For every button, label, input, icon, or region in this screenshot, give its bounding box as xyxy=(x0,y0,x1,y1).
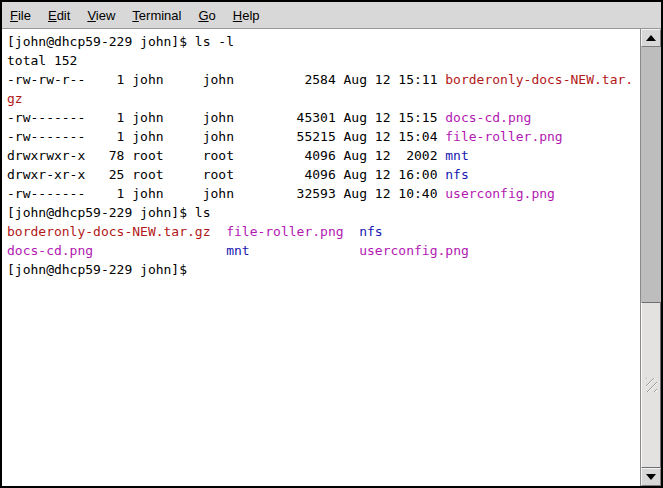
window-content: [john@dhcp59-229 john]$ ls -ltotal 152-r… xyxy=(2,29,661,486)
menu-terminal[interactable]: Terminal xyxy=(132,8,181,23)
terminal-line: [john@dhcp59-229 john]$ ls xyxy=(7,203,640,222)
filename-red: borderonly-docs-NEW.tar.gz xyxy=(7,224,211,239)
filename-red: borderonly-docs-NEW.tar. xyxy=(445,72,633,87)
terminal-line: -rw-rw-r-- 1 john john 2584 Aug 12 15:11… xyxy=(7,70,640,89)
filename-blue: nfs xyxy=(359,224,382,239)
terminal-text: drwxrwxr-x 78 root root 4096 Aug 12 2002 xyxy=(7,148,445,163)
terminal-line: [john@dhcp59-229 john]$ ls -l xyxy=(7,32,640,51)
filename-magenta: userconfig.png xyxy=(445,186,555,201)
filename-blue: mnt xyxy=(445,148,468,163)
scrollbar-thumb[interactable] xyxy=(641,302,661,468)
terminal-line: docs-cd.png mnt userconfig.png xyxy=(7,241,640,260)
terminal-text: -rw------- 1 john john 32593 Aug 12 10:4… xyxy=(7,186,445,201)
filename-magenta: file-roller.png xyxy=(226,224,343,239)
scroll-up-arrow-icon xyxy=(646,35,656,41)
terminal-output[interactable]: [john@dhcp59-229 john]$ ls -ltotal 152-r… xyxy=(2,29,640,486)
scrollbar-grip-icon xyxy=(646,378,657,392)
filename-blue: nfs xyxy=(445,167,468,182)
terminal-text xyxy=(250,243,360,258)
terminal-text: [john@dhcp59-229 john]$ ls xyxy=(7,205,211,220)
terminal-text xyxy=(93,243,226,258)
menu-view[interactable]: View xyxy=(87,8,115,23)
terminal-line: -rw------- 1 john john 32593 Aug 12 10:4… xyxy=(7,184,640,203)
terminal-text: total 152 xyxy=(7,53,77,68)
terminal-text xyxy=(344,224,360,239)
menu-edit[interactable]: Edit xyxy=(48,8,70,23)
terminal-line: gz xyxy=(7,89,640,108)
terminal-line: -rw------- 1 john john 45301 Aug 12 15:1… xyxy=(7,108,640,127)
terminal-text: [john@dhcp59-229 john]$ ls -l xyxy=(7,34,234,49)
menubar: File Edit View Terminal Go Help xyxy=(2,2,661,29)
scroll-down-button[interactable] xyxy=(641,468,661,486)
filename-magenta: docs-cd.png xyxy=(7,243,93,258)
menu-go[interactable]: Go xyxy=(198,8,215,23)
terminal-text: [john@dhcp59-229 john]$ xyxy=(7,262,187,277)
terminal-text: -rw------- 1 john john 45301 Aug 12 15:1… xyxy=(7,110,445,125)
terminal-window: File Edit View Terminal Go Help [john@dh… xyxy=(0,0,663,488)
terminal-line: borderonly-docs-NEW.tar.gz file-roller.p… xyxy=(7,222,640,241)
filename-magenta: file-roller.png xyxy=(445,129,562,144)
terminal-text: -rw-rw-r-- 1 john john 2584 Aug 12 15:11 xyxy=(7,72,445,87)
scrollbar[interactable] xyxy=(640,29,661,486)
terminal-line: -rw------- 1 john john 55215 Aug 12 15:0… xyxy=(7,127,640,146)
terminal-line: drwxrwxr-x 78 root root 4096 Aug 12 2002… xyxy=(7,146,640,165)
menu-file[interactable]: File xyxy=(10,8,31,23)
filename-magenta: docs-cd.png xyxy=(445,110,531,125)
terminal-text: drwxr-xr-x 25 root root 4096 Aug 12 16:0… xyxy=(7,167,445,182)
terminal-line: drwxr-xr-x 25 root root 4096 Aug 12 16:0… xyxy=(7,165,640,184)
scroll-up-button[interactable] xyxy=(641,29,661,47)
filename-red: gz xyxy=(7,91,23,106)
terminal-text xyxy=(211,224,227,239)
filename-blue: mnt xyxy=(226,243,249,258)
terminal-text: -rw------- 1 john john 55215 Aug 12 15:0… xyxy=(7,129,445,144)
terminal-line: [john@dhcp59-229 john]$ xyxy=(7,260,640,279)
scroll-down-arrow-icon xyxy=(646,474,656,480)
filename-magenta: userconfig.png xyxy=(359,243,469,258)
terminal-line: total 152 xyxy=(7,51,640,70)
menu-help[interactable]: Help xyxy=(233,8,260,23)
